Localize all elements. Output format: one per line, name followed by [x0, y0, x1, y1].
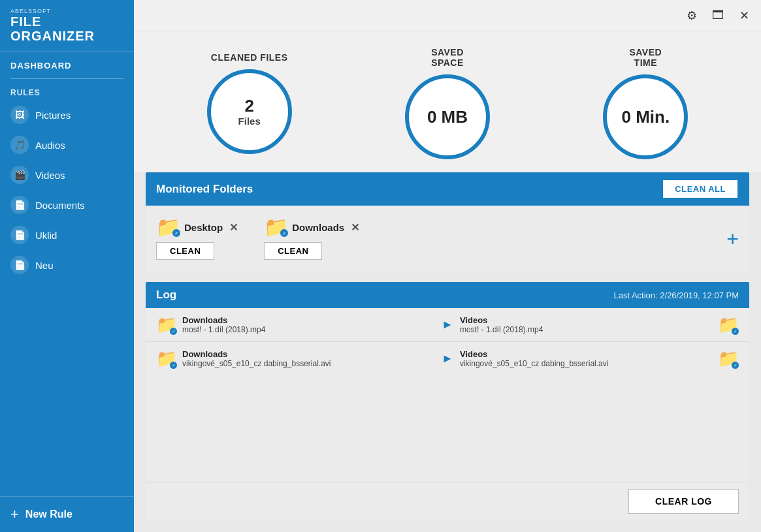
folders-body: 📁 ✓ Desktop ✕ CLEAN 📁 ✓ Downloads ✕ [146, 206, 749, 272]
folder-icon-downloads: 📁 ✓ [264, 217, 288, 237]
log-dest-check-1: ✓ [732, 362, 739, 369]
new-rule-button[interactable]: + New Rule [0, 496, 134, 532]
sidebar-item-label-pictures: Pictures [35, 110, 71, 121]
sidebar: ABELSSOFT FILE ORGANIZER DASHBOARD RULES… [0, 0, 134, 532]
folder-item-downloads: 📁 ✓ Downloads ✕ CLEAN [264, 217, 359, 260]
saved-time-value: 0 Min. [621, 108, 670, 127]
log-source-text-1: Downloads vikingové_s05_e10_cz dabing_bs… [182, 349, 331, 368]
log-dest-folder-name-1: Videos [460, 349, 608, 359]
sidebar-item-pictures[interactable]: 🖼 Pictures [0, 100, 134, 130]
log-source-0: 📁 ✓ Downloads most! - 1.díl (2018).mp4 [156, 315, 435, 335]
log-dest-text-1: Videos vikingové_s05_e10_cz dabing_bsser… [460, 349, 608, 368]
log-section: Log Last Action: 2/26/2019, 12:07 PM 📁 ✓… [146, 282, 749, 520]
stats-row: CLEANED FILES 2 Files SAVEDSPACE 0 MB SA… [134, 31, 761, 172]
close-button[interactable]: ✕ [732, 4, 756, 27]
app-logo: ABELSSOFT FILE ORGANIZER [0, 0, 134, 52]
log-dest-file-name-0: most! - 1.díl (2018).mp4 [460, 325, 543, 334]
sidebar-item-audios[interactable]: 🎵 Audios [0, 130, 134, 160]
log-row: 📁 ✓ Downloads vikingové_s05_e10_cz dabin… [146, 342, 749, 375]
titlebar: ⚙ 🗖 ✕ [134, 0, 761, 31]
cleaned-files-circle: 2 Files [207, 69, 292, 154]
sidebar-item-documents[interactable]: 📄 Documents [0, 190, 134, 220]
stat-card-cleaned-files: CLEANED FILES 2 Files [207, 52, 292, 154]
plus-icon: + [10, 507, 19, 522]
log-dest-1: Videos vikingové_s05_e10_cz dabing_bsser… [460, 349, 739, 369]
log-row: 📁 ✓ Downloads most! - 1.díl (2018).mp4 ►… [146, 308, 749, 342]
log-source-folder-icon-0: 📁 ✓ [156, 315, 177, 335]
saved-space-value: 0 MB [427, 108, 468, 127]
cleaned-files-label: CLEANED FILES [211, 52, 288, 63]
stat-card-saved-space: SAVEDSPACE 0 MB [405, 47, 490, 159]
cleaned-files-unit: Files [238, 116, 261, 127]
maximize-icon: 🗖 [712, 8, 724, 22]
sidebar-dashboard-label[interactable]: DASHBOARD [0, 52, 134, 74]
log-footer: CLEAR LOG [146, 482, 749, 520]
folder-close-downloads[interactable]: ✕ [351, 221, 359, 234]
monitored-folders-title: Monitored Folders [156, 183, 253, 196]
log-body: 📁 ✓ Downloads most! - 1.díl (2018).mp4 ►… [146, 308, 749, 482]
log-source-1: 📁 ✓ Downloads vikingové_s05_e10_cz dabin… [156, 349, 435, 369]
clean-button-downloads[interactable]: CLEAN [264, 242, 322, 260]
sidebar-item-label-documents: Documents [35, 200, 85, 211]
log-dest-file-name-1: vikingové_s05_e10_cz dabing_bsserial.avi [460, 359, 608, 368]
log-source-file-name-0: most! - 1.díl (2018).mp4 [182, 325, 265, 334]
close-icon: ✕ [739, 8, 749, 23]
log-source-text-0: Downloads most! - 1.díl (2018).mp4 [182, 315, 265, 334]
folder-name-downloads: Downloads [292, 222, 344, 233]
folder-name-desktop: Desktop [184, 222, 223, 233]
sidebar-divider-1 [10, 78, 123, 79]
add-folder-button[interactable]: + [726, 228, 739, 249]
documents-icon: 📄 [10, 196, 29, 214]
sidebar-item-videos[interactable]: 🎬 Videos [0, 160, 134, 190]
brand-large: FILE ORGANIZER [10, 14, 123, 43]
log-title: Log [156, 289, 176, 302]
folder-item-desktop: 📁 ✓ Desktop ✕ CLEAN [156, 217, 238, 260]
clean-button-desktop[interactable]: CLEAN [156, 242, 214, 260]
log-source-file-name-1: vikingové_s05_e10_cz dabing_bsserial.avi [182, 359, 331, 368]
saved-space-label: SAVEDSPACE [431, 47, 464, 68]
log-source-folder-icon-1: 📁 ✓ [156, 349, 177, 369]
log-dest-0: Videos most! - 1.díl (2018).mp4 📁 ✓ [460, 315, 739, 335]
log-arrow-1: ► [442, 352, 453, 366]
log-last-action: Last Action: 2/26/2019, 12:07 PM [613, 290, 739, 300]
log-source-folder-name-1: Downloads [182, 349, 331, 359]
folder-close-desktop[interactable]: ✕ [229, 221, 238, 234]
sidebar-item-label-audios: Audios [35, 140, 65, 151]
sidebar-item-neu[interactable]: 📄 Neu [0, 250, 134, 280]
cleaned-files-value: 2 [244, 97, 253, 116]
log-arrow-0: ► [442, 318, 453, 332]
sidebar-item-label-neu: Neu [35, 260, 54, 271]
audios-icon: 🎵 [10, 136, 29, 154]
saved-time-label: SAVEDTIME [629, 47, 662, 68]
log-dest-icon-0: 📁 ✓ [718, 315, 739, 335]
sidebar-item-uklid[interactable]: 📄 Uklid [0, 220, 134, 250]
pictures-icon: 🖼 [10, 106, 29, 124]
main-content: ⚙ 🗖 ✕ CLEANED FILES 2 Files SAVEDSPACE 0… [134, 0, 761, 532]
neu-icon: 📄 [10, 256, 29, 274]
log-source-check-1: ✓ [170, 362, 177, 369]
log-dest-text-0: Videos most! - 1.díl (2018).mp4 [460, 315, 543, 334]
maximize-button[interactable]: 🗖 [706, 4, 730, 27]
folder-top-downloads: 📁 ✓ Downloads ✕ [264, 217, 359, 237]
saved-space-circle: 0 MB [405, 74, 490, 159]
uklid-icon: 📄 [10, 226, 29, 244]
sidebar-item-label-uklid: Uklid [35, 230, 57, 241]
log-header: Log Last Action: 2/26/2019, 12:07 PM [146, 282, 749, 308]
folder-icon-desktop: 📁 ✓ [156, 217, 180, 237]
monitored-folders-header: Monitored Folders CLEAN ALL [146, 172, 749, 206]
log-dest-icon-1: 📁 ✓ [718, 349, 739, 369]
sidebar-rules-label: RULES [0, 83, 134, 100]
log-source-folder-name-0: Downloads [182, 315, 265, 325]
saved-time-circle: 0 Min. [603, 74, 688, 159]
log-source-check-0: ✓ [170, 328, 177, 335]
log-dest-folder-name-0: Videos [460, 315, 543, 325]
folder-top-desktop: 📁 ✓ Desktop ✕ [156, 217, 238, 237]
log-dest-check-0: ✓ [732, 328, 739, 335]
settings-button[interactable]: ⚙ [680, 4, 704, 27]
monitored-folders-section: Monitored Folders CLEAN ALL 📁 ✓ Desktop … [146, 172, 749, 272]
videos-icon: 🎬 [10, 166, 29, 184]
gear-icon: ⚙ [687, 8, 697, 23]
sidebar-item-label-videos: Videos [35, 170, 65, 181]
clean-all-button[interactable]: CLEAN ALL [662, 179, 739, 199]
clear-log-button[interactable]: CLEAR LOG [628, 489, 739, 514]
